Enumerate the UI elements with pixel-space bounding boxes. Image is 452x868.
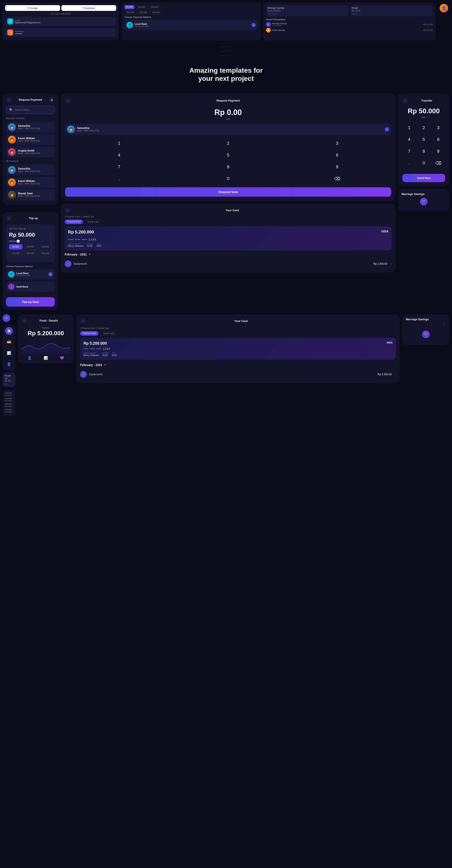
physical-tab-large[interactable]: Physical Card — [80, 331, 98, 336]
food-nav-icon-2[interactable]: 📊 — [44, 356, 48, 360]
see-details-hs-small[interactable]: See... — [5, 383, 10, 385]
choose-payment-topup-label: Choose Payment Method — [6, 265, 55, 268]
num-1[interactable]: 1 — [65, 138, 173, 149]
physical-card-tab[interactable]: Physical Card — [65, 220, 83, 224]
food-nav-icon-3[interactable]: 💜 — [60, 356, 64, 360]
amount-200k[interactable]: 200,000 — [124, 10, 136, 14]
back-btn-transfer[interactable]: ← — [402, 98, 408, 104]
or-text: Or Log in with Email — [51, 12, 70, 15]
amount-150k[interactable]: 150,000 — [148, 5, 160, 9]
home-icon[interactable]: 🏠 — [5, 327, 13, 335]
facebook-login-btn[interactable]: f Facebook — [61, 5, 116, 11]
contact-item-manda-all[interactable]: 👩 Manda Swel Bank - 0987 3422 8756 — [6, 189, 55, 200]
stats-icon[interactable]: 📊 — [5, 349, 13, 357]
amount-50k[interactable]: 50,000 — [124, 5, 134, 9]
t-num-backspace[interactable]: ⌫ — [431, 158, 445, 169]
local-back-1284-section: ← Your Card 2 Physical Card, 1 Virtual C… — [76, 314, 400, 383]
google-login-btn[interactable]: G Google — [5, 5, 60, 11]
t-num-8[interactable]: 8 — [417, 146, 431, 157]
feb-bottom-label: February - 2021 — [80, 363, 102, 367]
food-nav-icon-1[interactable]: 👤 — [27, 356, 32, 360]
back-button-request[interactable]: ← — [6, 97, 12, 103]
email-field[interactable]: ✉ Email kjbalsiurya376@gmail.com — [5, 17, 116, 26]
ms-more-icon[interactable]: ⋮ — [443, 323, 446, 327]
opt-200k[interactable]: 200.000 — [9, 251, 23, 256]
search-input[interactable] — [15, 108, 52, 112]
num-8[interactable]: 8 — [174, 161, 282, 172]
password-field[interactable]: 🔒 Password •••••••••• — [5, 28, 116, 37]
contact-item-samantha-all[interactable]: 👩 Samantha Bank - 0987 3422 8756 — [6, 164, 55, 176]
rp-amount-display: Rp 0.00 — [65, 108, 391, 117]
back-btn-lb1284[interactable]: ← — [80, 318, 86, 324]
samantha-avatar-recent: 👩 — [8, 123, 16, 131]
t-num-1[interactable]: 1 — [402, 122, 416, 133]
t-num-dot[interactable]: . — [402, 158, 416, 169]
opt-250k[interactable]: 250.000 — [24, 251, 37, 256]
print-button[interactable]: 🖨 — [49, 97, 55, 103]
request-now-btn[interactable]: Request Now — [65, 187, 391, 197]
local-back-icon: 👤 — [126, 22, 133, 28]
amount-300k[interactable]: 300,000 — [150, 10, 162, 14]
login-card: G Google f Facebook Or Log in with Email… — [2, 2, 119, 41]
credit-card-visual: Rp 5.200.000 VISA •••• •••• •••• 1284 CA… — [65, 226, 392, 251]
topup-slider[interactable] — [9, 241, 52, 242]
user-icon[interactable]: 👤 — [5, 361, 13, 368]
local-back-number: •••• •••• •••• 1284 — [135, 25, 148, 27]
chevron-right-bottom-icon: › — [395, 373, 396, 376]
num-dot[interactable]: . — [65, 173, 173, 184]
t-num-3[interactable]: 3 — [431, 122, 445, 133]
marriage-savings-item: Marriage Savings Rp 5.000.000 See Detail… — [266, 5, 349, 17]
opt-50k[interactable]: 50.000 — [9, 244, 23, 249]
back-btn-food[interactable]: ← — [21, 318, 27, 324]
num-0[interactable]: 0 — [174, 173, 282, 184]
local-back-topup-option[interactable]: 👤 Local Back •••• •••• •••• 1284 ✓ — [6, 269, 55, 280]
num-5[interactable]: 5 — [174, 150, 282, 160]
rp-contact-selected[interactable]: 👩 Samantha Bank - 0987 3422 8756 ✓ — [65, 124, 391, 135]
t-num-6[interactable]: 6 — [431, 134, 445, 145]
equipments-name: Equipments — [74, 262, 87, 265]
lb1284-amount: Rp 5.200.000 — [83, 341, 107, 346]
check-icon-topup: ✓ — [48, 272, 53, 276]
lb1284-number: •••• •••• •••• 1284 — [83, 347, 393, 350]
num-4[interactable]: 4 — [65, 150, 173, 160]
samantha-bank-recent: Bank - 0987 3422 8756 — [18, 127, 40, 130]
opt-150k[interactable]: 150,000 — [38, 244, 52, 249]
swift-back-option[interactable]: ↑ Swift Back — [6, 281, 55, 292]
t-num-9[interactable]: 9 — [431, 146, 445, 157]
contact-item-karen-recent[interactable]: 👩 Karen William Bank - 0987 3422 8756 — [6, 134, 55, 145]
t-num-0[interactable]: 0 — [417, 158, 431, 169]
t-num-4[interactable]: 4 — [402, 134, 416, 145]
virtual-card-tab[interactable]: Virtual Card — [85, 220, 102, 224]
amount-100k[interactable]: 100,000 — [136, 5, 147, 9]
lb1284-expiry-val: 01/25 — [102, 354, 109, 356]
opt-300k[interactable]: 300.000 — [38, 251, 52, 256]
add-btn[interactable]: + — [3, 314, 10, 322]
amount-250k[interactable]: 250,000 — [137, 10, 149, 14]
slider-thumb[interactable] — [17, 240, 20, 243]
send-now-btn[interactable]: Send Now — [402, 174, 445, 182]
num-backspace[interactable]: ⌫ — [283, 173, 391, 184]
num-6[interactable]: 6 — [283, 150, 391, 160]
local-back-payment-option[interactable]: 👤 Local Back •••• •••• •••• 1284 ✓ — [124, 20, 258, 30]
wallet-icon[interactable]: 💳 — [5, 338, 13, 346]
back-btn-your-card[interactable]: ← — [65, 207, 70, 213]
num-2[interactable]: 2 — [174, 138, 282, 149]
topup-now-btn[interactable]: Top-up Now — [6, 297, 55, 307]
num-3[interactable]: 3 — [283, 138, 391, 149]
back-btn-rp-large[interactable]: ← — [65, 98, 71, 104]
num-9[interactable]: 9 — [283, 161, 391, 172]
search-box[interactable]: 🔍 — [6, 106, 55, 114]
see-details-marriage-btn[interactable]: See Details → — [268, 13, 280, 15]
t-num-2[interactable]: 2 — [417, 122, 431, 133]
num-7[interactable]: 7 — [65, 161, 173, 172]
contact-item-karen-all[interactable]: 👩 Karen William Bank - 0987 3422 8756 — [6, 177, 55, 188]
t-num-5[interactable]: 5 — [417, 134, 431, 145]
virtual-tab-large[interactable]: Virtual Card — [100, 331, 117, 336]
t-num-7[interactable]: 7 — [402, 146, 416, 157]
back-button-topup[interactable]: ← — [6, 215, 12, 221]
contact-item-samantha-recent[interactable]: 👩 Samantha Bank - 0987 3422 8756 — [6, 122, 55, 133]
opt-100k[interactable]: 100,000 — [24, 244, 37, 249]
lb1284-visa: VISA — [387, 341, 393, 344]
see-details-house-btn[interactable]: See D... — [351, 13, 359, 15]
contact-item-angela-recent[interactable]: 👩 Angela Smith Bank - 0987 3422 8756 — [6, 147, 55, 158]
